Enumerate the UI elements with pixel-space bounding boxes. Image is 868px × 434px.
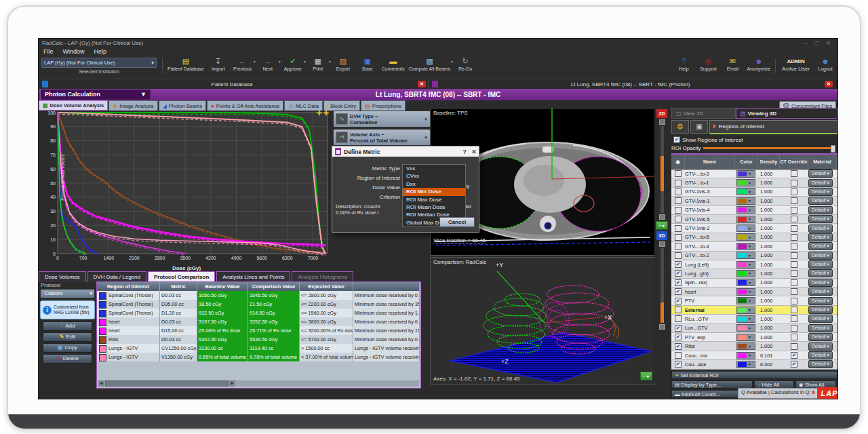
slider-handle[interactable] (831, 145, 835, 153)
table-row[interactable]: heartD15.00 cc25.06% of Rx dose25.71% of… (97, 326, 420, 335)
protocol-dropdown[interactable]: -Custom-▾ (40, 289, 95, 298)
column-header-name[interactable]: Name (685, 155, 735, 169)
dialog-close-button[interactable]: ✕ (469, 149, 479, 155)
slider-top-button[interactable] (659, 119, 665, 125)
roi-row-couc-rior[interactable]: Couc...rior▼0.101✔Default ▾ (671, 351, 837, 360)
material-dropdown[interactable]: Default ▾ (808, 242, 833, 250)
color-dropdown[interactable]: ▼ (736, 206, 755, 214)
regions-of-interest-header[interactable]: ❥ Regions of Interest (709, 120, 837, 134)
color-dropdown[interactable]: ▼ (736, 324, 755, 332)
toolbar-button-support[interactable]: ◎Support (698, 57, 718, 71)
tab-patient-database[interactable]: Patient Database ✕ (39, 79, 429, 89)
ct-override-checkbox[interactable] (791, 298, 797, 304)
color-dropdown[interactable]: ▼ (736, 297, 755, 304)
protocol-add-button[interactable]: +Add (43, 321, 92, 331)
subtab-points-off-axis-assistance[interactable]: ●Points & Off Axis Assistance (207, 100, 284, 111)
visibility-checkbox[interactable]: ✔ (675, 361, 682, 368)
badge-3d[interactable]: 3D (656, 231, 667, 240)
protocol-edit-button[interactable]: ✎Edit (43, 332, 92, 342)
visibility-checkbox[interactable] (675, 197, 682, 204)
color-dropdown[interactable]: ▼ (736, 342, 755, 350)
roi-row-gtv-1vis-5[interactable]: GTV-1vis-5▼1.000Default ▾ (671, 215, 837, 224)
roi-row-rlu-gtv[interactable]: RLu...GTV▼1.000Default ▾ (671, 315, 837, 323)
subtab-photon-beams[interactable]: ◢Photon Beams (159, 100, 206, 111)
color-dropdown[interactable]: ▼ (736, 233, 755, 241)
toolbar-button-approve[interactable]: ✔Approve (283, 57, 303, 71)
cancel-button[interactable]: Cancel (439, 217, 475, 227)
material-dropdown[interactable]: Default ▾ (808, 360, 833, 368)
color-dropdown[interactable]: ▼ (736, 288, 755, 296)
roi-row-ptv-exp[interactable]: ✔PTV_exp▼1.000Default ▾ (671, 333, 837, 342)
ct-override-checkbox[interactable] (791, 243, 797, 250)
ct-override-checkbox[interactable] (791, 189, 797, 195)
ct-override-checkbox[interactable] (791, 197, 797, 204)
ct-override-checkbox[interactable] (791, 315, 797, 322)
slider-bottom-button[interactable] (659, 214, 665, 220)
tab-plan[interactable]: Lt Lung, SBRT4 fMC (08) -- SBRT - fMC (P… (429, 79, 835, 89)
material-dropdown[interactable]: Default ▾ (808, 324, 833, 332)
column-header-metric[interactable]: Metric (160, 282, 197, 291)
dvh-plot[interactable]: 0102030405060708090100070014002100280035… (40, 111, 333, 265)
material-dropdown[interactable]: Default ▾ (808, 233, 833, 241)
ct-override-checkbox[interactable]: ✔ (791, 361, 797, 368)
beam-display-button[interactable]: ❂ (671, 120, 689, 134)
chevron-down-icon[interactable]: ▾ (329, 59, 331, 64)
visibility-checkbox[interactable] (675, 234, 682, 241)
metric-option-dxx[interactable]: Dxx (403, 180, 465, 188)
column-header-comparison-value[interactable]: Comparison Value (248, 282, 300, 291)
tab-dose-volumes[interactable]: Dose Volumes (39, 271, 86, 282)
roi-row-gtv-1vis-1[interactable]: GTV-1vis-1▼1.000Default ▾ (671, 197, 837, 205)
chevron-down-icon[interactable]: ▾ (451, 59, 453, 64)
visibility-checkbox[interactable] (675, 170, 682, 177)
ct-override-checkbox[interactable] (791, 180, 797, 186)
material-dropdown[interactable]: Default ▾ (808, 206, 833, 214)
toolbar-button-export[interactable]: ▨Export (333, 57, 353, 71)
table-row[interactable]: Lungs - IGTVV1350.00 cGy9.55% of total v… (97, 353, 420, 361)
ct-override-checkbox[interactable] (791, 261, 797, 268)
material-dropdown[interactable]: Default ▾ (808, 252, 833, 260)
toolbar-button-re-do[interactable]: ↻Re-Do (455, 57, 475, 71)
toolbar-button-help[interactable]: ?Help (673, 57, 694, 71)
visibility-checkbox[interactable] (675, 207, 682, 214)
color-dropdown[interactable]: ▼ (736, 352, 755, 359)
hide-all-button[interactable]: ◌ Hide All (754, 380, 794, 389)
roi-row-gtv-1vis-4[interactable]: GTV-1vis-4▼1.000Default ▾ (671, 206, 837, 215)
roi-row-gtv-to-5[interactable]: GTV-...to-5▼1.000Default ▾ (671, 233, 837, 242)
chevron-down-icon[interactable]: ▾ (279, 59, 281, 64)
protocol-delete-button[interactable]: ✕Delete (43, 354, 92, 363)
color-dropdown[interactable]: ▼ (736, 334, 755, 341)
material-dropdown[interactable]: Default ▾ (808, 224, 833, 233)
menu-help[interactable]: Help (90, 47, 112, 56)
column-header-baseline-value[interactable]: Baseline Value (197, 282, 248, 291)
material-dropdown[interactable]: Default ▾ (808, 279, 833, 287)
metric-option-roi-mean-dose[interactable]: ROI Mean Dose (403, 203, 465, 211)
roi-row-cou-ace[interactable]: ✔Cou...ace▼0.302✔Default ▾ (671, 360, 837, 369)
axis-adjust-icons[interactable]: ✛✛ (316, 109, 330, 117)
color-dropdown[interactable]: ▼ (736, 315, 755, 323)
toolbar-button-save[interactable]: ▣Save (357, 57, 378, 71)
material-dropdown[interactable]: Default ▾ (808, 351, 833, 359)
ct-override-checkbox[interactable] (791, 307, 797, 313)
toolbar-button-previous[interactable]: ←Previous (233, 57, 253, 71)
roi-row-gtv-to-1[interactable]: GTV-...to-1▼1.000Default ▾ (671, 178, 837, 187)
roi-opacity-slider[interactable] (703, 147, 835, 149)
tab-protocol-comparison[interactable]: Protocol Comparison (148, 271, 215, 282)
ct-override-checkbox[interactable] (791, 234, 797, 241)
visibility-checkbox[interactable]: ✔ (675, 298, 682, 304)
horizontal-scrollbar[interactable]: ◄ ► (98, 380, 419, 387)
visibility-checkbox[interactable] (675, 307, 682, 313)
visibility-checkbox[interactable]: ✔ (675, 325, 682, 332)
ct-override-checkbox[interactable] (791, 279, 797, 286)
roi-row-ribs[interactable]: ✔Ribs▼1.000Default ▾ (671, 342, 837, 351)
metric-option-vxx[interactable]: Vxx (403, 165, 465, 172)
material-dropdown[interactable]: Default ▾ (808, 342, 833, 351)
table-row[interactable]: SpinalCord (Thorax)D35.00 cc18.50 cGy21.… (97, 300, 420, 309)
color-dropdown[interactable]: ▼ (736, 179, 755, 186)
visibility-checkbox[interactable]: ✔ (675, 334, 682, 340)
unlock-icon[interactable]: ⌐● (640, 372, 652, 380)
roi-row-heart[interactable]: ✔heart▼1.000Default ▾ (671, 288, 837, 296)
color-dropdown[interactable]: ▼ (736, 261, 755, 269)
visibility-checkbox[interactable] (675, 352, 682, 359)
chevron-down-icon[interactable]: ▾ (254, 59, 256, 64)
toolbar-button-email[interactable]: ✉Email (722, 57, 743, 71)
